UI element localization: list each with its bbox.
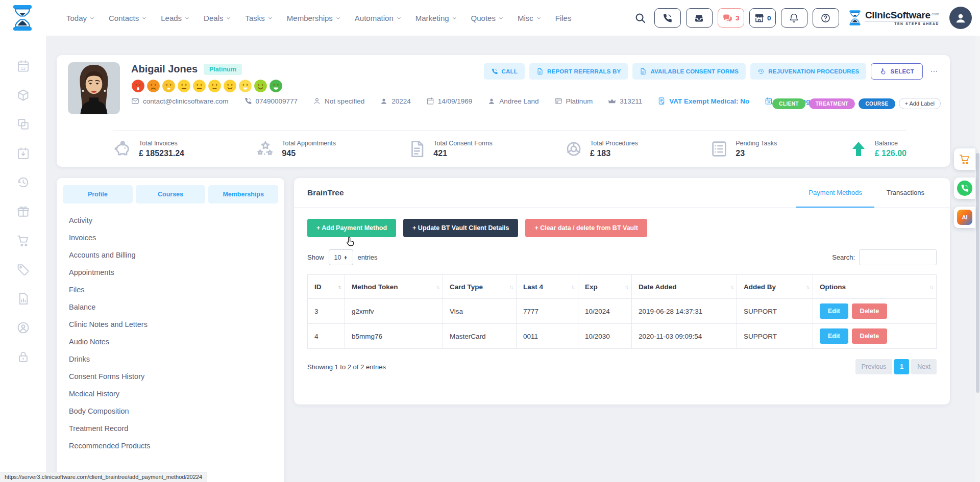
mood-emoji-6[interactable] bbox=[208, 79, 222, 93]
edit-button[interactable]: Edit bbox=[820, 328, 848, 344]
column-header-card-type[interactable]: Card Type↑↓ bbox=[443, 275, 517, 299]
call-button[interactable]: CALL bbox=[484, 63, 525, 80]
rejuvenation-procedures-button[interactable]: REJUVENATION PROCEDURES bbox=[750, 63, 866, 80]
tags-icon[interactable] bbox=[16, 263, 30, 276]
nav-contacts[interactable]: Contacts bbox=[109, 14, 147, 22]
sidebar-item-balance[interactable]: Balance bbox=[63, 298, 278, 316]
mood-emoji-1[interactable] bbox=[131, 79, 145, 93]
client-detail-vat-exempt-medical[interactable]: VAT Exempt Medical: No bbox=[657, 97, 749, 105]
page-1-button[interactable]: 1 bbox=[894, 359, 909, 374]
mood-emoji-9[interactable] bbox=[254, 79, 267, 93]
column-header-exp[interactable]: Exp↑↓ bbox=[578, 275, 632, 299]
sidebar-item-body-composition[interactable]: Body Composition bbox=[63, 402, 278, 420]
nav-deals[interactable]: Deals bbox=[204, 14, 231, 22]
update-bt-vault-client-details-button[interactable]: + Update BT Vault Client Details bbox=[403, 219, 518, 237]
nav-automation[interactable]: Automation bbox=[355, 14, 402, 22]
sidebar-item-drinks[interactable]: Drinks bbox=[63, 350, 278, 368]
tab-payment-methods[interactable]: Payment Methods bbox=[796, 178, 874, 207]
nav-quotes[interactable]: Quotes bbox=[471, 14, 504, 22]
more-options-button[interactable] bbox=[927, 67, 941, 75]
mood-emoji-3[interactable] bbox=[162, 79, 176, 93]
column-header-added-by[interactable]: Added By↑↓ bbox=[737, 275, 813, 299]
nav-marketing[interactable]: Marketing bbox=[415, 14, 457, 22]
scrollbar-track[interactable] bbox=[975, 36, 980, 482]
table-search-input[interactable] bbox=[859, 249, 937, 265]
sidebar-tab-courses[interactable]: Courses bbox=[136, 185, 206, 204]
column-header-method-token[interactable]: Method Token↑↓ bbox=[345, 275, 443, 299]
delete-button[interactable]: Delete bbox=[852, 328, 888, 344]
sidebar-item-activity[interactable]: Activity bbox=[63, 212, 278, 229]
label-pill-client[interactable]: CLIENT bbox=[772, 98, 805, 109]
cube-icon[interactable] bbox=[16, 88, 30, 102]
nav-files[interactable]: Files bbox=[555, 14, 572, 22]
sidebar-item-appointments[interactable]: Appointments bbox=[63, 264, 278, 281]
label-pill-course[interactable]: COURSE bbox=[859, 98, 895, 109]
tab-transactions[interactable]: Transactions bbox=[874, 178, 937, 207]
sidebar-tab-memberships[interactable]: Memberships bbox=[208, 185, 278, 204]
sidebar-item-audio-notes[interactable]: Audio Notes bbox=[63, 333, 278, 350]
sidebar-item-consent-forms-history[interactable]: Consent Forms History bbox=[63, 368, 278, 385]
available-consent-forms-button[interactable]: AVAILABLE CONSENT FORMS bbox=[632, 63, 746, 80]
user-circle-icon[interactable] bbox=[16, 321, 30, 335]
cart-icon[interactable] bbox=[16, 234, 30, 247]
clinicsoftware-logo-icon[interactable] bbox=[11, 5, 34, 31]
sidebar-tab-profile[interactable]: Profile bbox=[63, 185, 133, 204]
clear-data-delete-from-bt-vault-button[interactable]: + Clear data / delete from BT Vault bbox=[525, 219, 647, 237]
action-label: REPORT REFERRALS BY bbox=[547, 68, 621, 74]
mood-emoji-10[interactable] bbox=[269, 79, 283, 93]
search-icon[interactable] bbox=[634, 12, 646, 24]
calendar-import-icon[interactable] bbox=[16, 146, 30, 160]
label-pill-treatment[interactable]: TREATMENT bbox=[809, 98, 855, 109]
report-referrals-by-button[interactable]: REPORT REFERRALS BY bbox=[529, 63, 628, 80]
page-length-select[interactable]: 10 ▲▼ bbox=[329, 249, 353, 265]
sidebar-item-medical-history[interactable]: Medical History bbox=[63, 385, 278, 402]
delete-button[interactable]: Delete bbox=[852, 303, 888, 319]
next-page-button[interactable]: Next bbox=[911, 359, 937, 374]
sidebar-item-accounts-and-billing[interactable]: Accounts and Billing bbox=[63, 246, 278, 264]
column-header-id[interactable]: ID↑↓ bbox=[308, 275, 345, 299]
cart-widget-button[interactable] bbox=[954, 148, 975, 170]
nav-today[interactable]: Today bbox=[66, 14, 95, 22]
mood-emoji-7[interactable] bbox=[223, 79, 237, 93]
select-button[interactable]: SELECT bbox=[871, 63, 923, 80]
mood-scale bbox=[131, 79, 283, 93]
column-header-options[interactable]: Options↑↓ bbox=[813, 275, 937, 299]
mood-emoji-5[interactable] bbox=[192, 79, 206, 93]
sidebar-item-invoices[interactable]: Invoices bbox=[63, 229, 278, 246]
mood-emoji-2[interactable] bbox=[146, 79, 160, 93]
scrollbar-thumb[interactable] bbox=[976, 153, 979, 393]
calendar-12-icon[interactable]: 12 bbox=[16, 59, 30, 73]
notifications-button[interactable] bbox=[781, 8, 807, 28]
sidebar-item-files[interactable]: Files bbox=[63, 281, 278, 298]
previous-page-button[interactable]: Previous bbox=[855, 359, 893, 374]
sidebar-item-clinic-notes-and-letters[interactable]: Clinic Notes and Letters bbox=[63, 316, 278, 333]
copy-icon[interactable] bbox=[16, 117, 30, 131]
ai-widget-button[interactable]: AI bbox=[954, 207, 975, 228]
brand-logo[interactable]: ClinicSoftware.com TEN STEPS AHEAD bbox=[848, 10, 939, 26]
add-payment-method-button[interactable]: + Add Payment Method bbox=[307, 219, 396, 237]
chart-doc-icon[interactable] bbox=[16, 292, 30, 306]
nav-tasks[interactable]: Tasks bbox=[245, 14, 273, 22]
nav-misc[interactable]: Misc bbox=[518, 14, 542, 22]
sidebar-item-treatment-record[interactable]: Treatment Record bbox=[63, 420, 278, 437]
nav-leads[interactable]: Leads bbox=[161, 14, 190, 22]
add-label-button[interactable]: + Add Label bbox=[899, 98, 941, 109]
column-header-date-added[interactable]: Date Added↑↓ bbox=[632, 275, 737, 299]
store-button[interactable]: 0 bbox=[749, 8, 776, 28]
user-avatar[interactable] bbox=[949, 7, 972, 29]
inbox-button[interactable] bbox=[686, 8, 713, 28]
phone-button[interactable] bbox=[654, 8, 681, 28]
whatsapp-widget-button[interactable] bbox=[954, 177, 975, 199]
nav-memberships[interactable]: Memberships bbox=[287, 14, 341, 22]
chevron-down-icon bbox=[498, 15, 504, 21]
sidebar-item-recommended-products[interactable]: Recommended Products bbox=[63, 437, 278, 454]
chat-button[interactable]: 3 bbox=[718, 8, 744, 28]
edit-button[interactable]: Edit bbox=[820, 303, 848, 319]
mood-emoji-4[interactable] bbox=[177, 79, 191, 93]
column-header-last-4[interactable]: Last 4↑↓ bbox=[517, 275, 578, 299]
gift-icon[interactable] bbox=[16, 205, 30, 218]
lock-icon[interactable] bbox=[16, 350, 30, 364]
help-button[interactable] bbox=[813, 8, 839, 28]
mood-emoji-8[interactable] bbox=[238, 79, 252, 93]
history-icon[interactable] bbox=[16, 175, 30, 189]
